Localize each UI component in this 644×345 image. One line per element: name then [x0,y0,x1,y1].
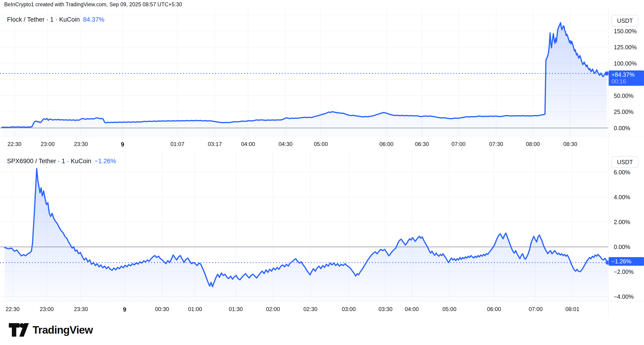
chart-panel-spx6900[interactable]: SPX6900 / Tether · 1 · KuCoin−1.26% USDT… [0,151,644,301]
x-axis-label: 01:00 [188,306,202,312]
y-axis-label: 150.00% [614,28,637,34]
x-axis-label: 9 [123,306,126,313]
currency-label: USDT [617,18,633,24]
y-axis-label: 50.00% [614,92,634,99]
y-axis-label: 4.00% [614,194,630,201]
x-axis-label: 06:30 [415,141,429,148]
y-axis-label: 0.00% [614,124,630,131]
tradingview-wordmark: TradingView [32,324,93,336]
x-axis-label: 07:00 [529,306,543,312]
currency-badge: USDT [612,156,638,168]
symbol-title: SPX6900 / Tether · 1 · KuCoin [7,158,91,164]
x-axis-label: 07:00 [452,141,466,148]
footer: TradingView [0,317,644,345]
x-axis-label: 22:30 [6,306,20,312]
price-chart-flock[interactable] [0,8,644,136]
chart-legend-flock[interactable]: Flock / Tether · 1 · KuCoin84.37% [7,16,104,23]
x-axis-label: 03:00 [342,306,356,312]
y-axis-label: −2.00% [614,268,634,275]
x-axis-label: 04:00 [405,306,419,312]
x-axis-label: 23:30 [74,141,88,148]
y-axis-label: 2.00% [614,219,630,226]
y-axis-label: 25.00% [614,108,634,115]
y-axis-label: 0.00% [614,244,630,250]
price-badge-value: +84.37% [612,71,644,78]
price-badge-countdown: 00:16 [612,78,644,85]
x-axis-label: 23:30 [74,306,88,312]
tradingview-logo-icon [9,323,29,337]
page-title: BeInCrypto1 created with TradingView.com… [4,2,182,8]
x-axis-label: 08:01 [566,306,579,312]
x-axis-label: 08:30 [563,141,577,148]
y-axis-label: 6.00% [614,169,630,176]
x-axis-label: 03:30 [378,306,392,312]
change-percent: −1.26% [94,158,116,164]
x-axis-label: 02:00 [266,306,280,312]
price-badge-spx6900: −1.26% [609,257,644,266]
x-axis-label: 07:30 [489,141,503,148]
currency-badge: USDT [612,15,638,26]
chart-legend-spx6900[interactable]: SPX6900 / Tether · 1 · KuCoin−1.26% [7,158,116,165]
x-axis-label: 22:30 [8,141,22,148]
tradingview-brand[interactable]: TradingView [9,323,93,337]
x-axis-label: 01:30 [229,306,243,312]
symbol-title: Flock / Tether · 1 · KuCoin [7,16,80,23]
x-axis-label: 01:07 [170,141,184,148]
header: BeInCrypto1 created with TradingView.com… [0,0,644,8]
x-axis-label: 9 [121,141,124,148]
chart-panel-flock[interactable]: Flock / Tether · 1 · KuCoin84.37% USDT +… [0,8,644,136]
currency-label: USDT [617,159,633,166]
x-axis-label: 00:30 [155,306,169,312]
x-axis-label: 08:00 [526,141,540,148]
price-badge-value: −1.26% [612,258,644,265]
price-axis-border [608,8,608,317]
time-axis-spx6900[interactable]: 22:3023:0023:30900:3001:0001:3002:0002:3… [0,301,644,317]
x-axis-label: 23:00 [40,306,54,312]
x-axis-label: 05:00 [442,306,456,312]
x-axis-label: 06:00 [487,306,501,312]
x-axis-label: 04:00 [241,141,255,148]
price-badge-flock: +84.37% 00:16 [609,70,644,86]
x-axis-label: 06:00 [380,141,393,148]
x-axis-label: 04:30 [278,141,292,148]
y-axis-label: 125.00% [614,44,637,51]
x-axis-label: 03:17 [208,141,222,148]
y-axis-label: −4.00% [614,294,634,300]
x-axis-label: 05:00 [314,141,328,148]
x-axis-label: 23:00 [41,141,55,148]
x-axis-label: 02:30 [304,306,317,312]
change-percent: 84.37% [83,16,104,23]
price-chart-spx6900[interactable] [0,151,644,301]
y-axis-label: 100.00% [614,60,637,67]
time-axis-flock[interactable]: 22:3023:0023:30901:0703:1704:0004:3005:0… [0,136,644,151]
